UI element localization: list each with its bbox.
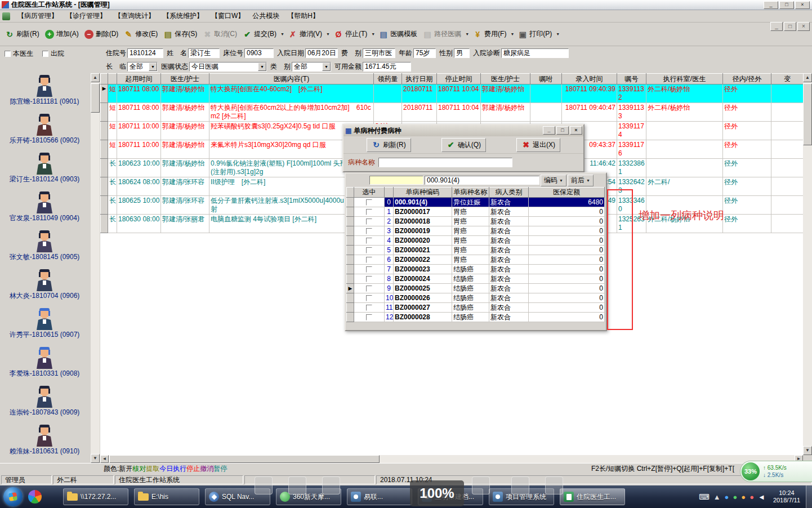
checkbox-icon[interactable] <box>366 199 372 206</box>
menu-item-7[interactable]: 【帮助H】 <box>283 10 323 22</box>
disease-row[interactable]: 6BZ0000022胃癌新农合0 <box>347 255 605 265</box>
field-value[interactable]: 男 <box>454 48 470 58</box>
path-order-dropdown-arrow[interactable]: ▼ <box>464 32 470 36</box>
scroll-down-icon[interactable]: ▼ <box>91 454 100 463</box>
select-cell[interactable] <box>354 246 385 255</box>
field-value[interactable]: 75岁 <box>413 48 436 58</box>
dialog-confirm-button[interactable]: ✔确认(Q) <box>441 138 486 152</box>
close-button[interactable]: × <box>795 1 810 9</box>
delete-button[interactable]: −删除(D) <box>82 27 122 41</box>
dialog-close-button[interactable]: × <box>570 126 582 135</box>
taskbar-button[interactable]: E:\his <box>134 488 199 505</box>
field-value[interactable]: 1810124 <box>127 48 163 58</box>
stop-dropdown-arrow[interactable]: ▼ <box>370 32 376 36</box>
menu-item-5[interactable]: 【窗口W】 <box>207 10 248 22</box>
patient-item[interactable]: 陈宜蟾-1811181 (0901) <box>0 74 89 106</box>
patient-item[interactable]: 张文敏-1808145 (0905) <box>0 230 89 262</box>
disease-row[interactable]: 12BZ0000028结肠癌新农合0 <box>347 313 605 322</box>
disease-row[interactable]: 11BZ0000027结肠癌新农合0 <box>347 303 605 313</box>
menu-item-3[interactable]: 【查询统计】 <box>110 10 159 22</box>
row-selector[interactable] <box>347 293 354 303</box>
disease-row[interactable]: 7BZ0000023结肠癌新农合0 <box>347 265 605 274</box>
select-cell[interactable] <box>354 274 385 284</box>
minimize-button[interactable]: _ <box>764 1 778 9</box>
cancel-button[interactable]: ✖取消(C) <box>200 27 240 41</box>
checkbox-icon[interactable] <box>366 276 372 282</box>
memory-ball[interactable]: 33% <box>742 462 760 480</box>
checkbox-icon[interactable] <box>366 314 372 320</box>
checkbox-icon[interactable] <box>366 286 372 292</box>
orders-scrollbar[interactable]: ▲ ▼ <box>803 73 812 455</box>
row-selector[interactable] <box>101 177 108 196</box>
scrollbar-thumb[interactable] <box>91 83 100 113</box>
stop-button[interactable]: Ø停止(T) <box>331 27 370 41</box>
row-selector[interactable] <box>347 313 354 322</box>
checkbox-icon[interactable] <box>366 219 372 225</box>
select-cell[interactable] <box>354 236 385 246</box>
lookup-quick-input[interactable] <box>369 176 423 185</box>
order-status-select[interactable]: 今日医嘱 ▼ <box>189 62 267 72</box>
select-cell[interactable] <box>354 313 385 322</box>
field-value[interactable]: 三明市医 <box>363 48 395 58</box>
orders-hscrollbar[interactable]: ◄ ► <box>100 455 803 463</box>
patient-item[interactable]: 梁订生-1810124 (0903) <box>0 152 89 184</box>
fee-dropdown-arrow[interactable]: ▼ <box>509 32 515 36</box>
tray-blue-icon[interactable]: ● <box>725 493 729 501</box>
order-row[interactable]: ▶短180711 08:00郭建清/杨婷怡特大换药[创面在40-60cm2] [… <box>101 84 804 103</box>
field-value[interactable]: 0903 <box>244 48 274 58</box>
print-dropdown-arrow[interactable]: ▼ <box>555 32 561 36</box>
row-selector[interactable] <box>347 236 354 246</box>
undo-dropdown-arrow[interactable]: ▼ <box>325 32 331 36</box>
field-value[interactable]: 糖尿病足 <box>501 48 569 58</box>
disease-row[interactable]: 4BZ0000020胃癌新农合0 <box>347 236 605 246</box>
patient-item[interactable]: 连崇铃-1807843 (0909) <box>0 385 89 417</box>
row-selector[interactable]: ▶ <box>347 284 354 293</box>
checkbox-icon[interactable] <box>366 247 372 253</box>
row-selector[interactable] <box>101 215 108 233</box>
select-cell[interactable] <box>354 293 385 303</box>
start-button[interactable] <box>3 487 23 506</box>
row-selector[interactable] <box>347 274 354 284</box>
menu-item-4[interactable]: 【系统维护】 <box>159 10 207 22</box>
hidden-icons-chevron[interactable]: ▲ <box>713 493 721 501</box>
dialog-exit-button[interactable]: ✖退出(X) <box>516 138 560 152</box>
field-value[interactable]: 梁订生 <box>188 48 220 58</box>
disease-name-input[interactable] <box>378 158 512 167</box>
undo-button[interactable]: ✗撤消(V) <box>285 27 325 41</box>
disease-row[interactable]: 1BZ0000017胃癌新农合0 <box>347 207 605 217</box>
order-template-button[interactable]: ▤医嘱模板 <box>376 27 420 41</box>
dialog-maximize-button[interactable]: □ <box>556 126 569 135</box>
taskbar-button[interactable]: \\172.27.2... <box>63 488 128 505</box>
submit-dropdown-arrow[interactable]: ▼ <box>279 32 285 36</box>
select-cell[interactable] <box>354 207 385 217</box>
sidebar-scrollbar[interactable]: ▲ ▼ <box>91 73 100 463</box>
select-cell[interactable] <box>354 284 385 293</box>
menu-item-2[interactable]: 【诊疗管理】 <box>62 10 110 22</box>
my-doctor-checkbox[interactable]: 本医生 <box>5 49 33 59</box>
row-selector[interactable] <box>101 103 108 122</box>
checkbox-icon[interactable] <box>366 295 372 301</box>
restore-button[interactable]: □ <box>779 1 794 9</box>
disease-row[interactable]: 3BZ0000019胃癌新农合0 <box>347 226 605 236</box>
category-select[interactable]: 全部 ▼ <box>292 62 331 72</box>
scroll-left-icon[interactable]: ◄ <box>100 455 109 463</box>
select-cell[interactable] <box>354 255 385 265</box>
row-selector[interactable] <box>101 159 108 177</box>
menu-item-6[interactable]: 公共模块 <box>248 10 283 22</box>
scrollbar-track[interactable] <box>380 455 795 463</box>
row-selector[interactable] <box>347 265 354 274</box>
select-cell[interactable] <box>354 217 385 226</box>
patient-item[interactable]: 乐开铸-1810566 (0902) <box>0 113 89 145</box>
scroll-up-icon[interactable]: ▲ <box>91 73 100 82</box>
disease-row[interactable]: 5BZ0000021胃癌新农合0 <box>347 246 605 255</box>
select-cell[interactable] <box>354 265 385 274</box>
select-cell[interactable] <box>354 198 385 207</box>
refresh-button[interactable]: ↻刷新(R) <box>2 27 42 41</box>
menu-item-1[interactable]: 【病历管理】 <box>14 10 62 22</box>
disease-row[interactable]: 0000.901(4)异位妊娠新农合6480 <box>347 198 605 207</box>
checkbox-icon[interactable] <box>366 257 372 263</box>
browser-icon[interactable] <box>28 490 42 503</box>
row-selector[interactable] <box>101 196 108 215</box>
row-selector[interactable]: ▶ <box>101 84 108 103</box>
row-selector[interactable] <box>347 246 354 255</box>
